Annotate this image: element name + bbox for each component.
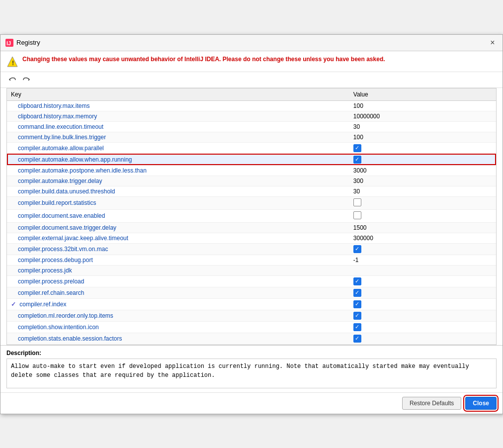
table-row[interactable]: compiler.document.save.trigger.delay1500: [7, 222, 496, 233]
value-cell: [349, 196, 496, 209]
value-cell: [349, 209, 496, 222]
value-cell: ✓: [349, 287, 496, 298]
table-row[interactable]: compiler.build.report.statistics: [7, 196, 496, 209]
table-row[interactable]: command.line.execution.timeout30: [7, 121, 496, 132]
key-cell: compiler.process.preload: [7, 275, 349, 287]
value-cell: ✓: [349, 333, 496, 344]
key-text: completion.ml.reorder.only.top.items: [18, 312, 113, 319]
warning-text: Changing these values may cause unwanted…: [22, 55, 385, 64]
value-text: 30: [353, 123, 360, 130]
value-cell: 100: [349, 100, 496, 111]
key-cell: compiler.build.report.statistics: [7, 196, 349, 209]
value-text: 10000000: [353, 113, 380, 120]
value-cell: ✓: [349, 298, 496, 310]
value-text: 100: [353, 102, 363, 109]
table-row[interactable]: completion.ml.reorder.only.top.items✓: [7, 310, 496, 321]
value-text: 30: [353, 188, 360, 195]
value-cell: 300: [349, 176, 496, 186]
checkbox-checked[interactable]: ✓: [353, 289, 361, 297]
registry-table-container: Key Value clipboard.history.max.items100…: [6, 88, 497, 345]
checkbox-checked[interactable]: ✓: [353, 144, 361, 152]
key-text: compiler.process.preload: [18, 278, 84, 285]
value-cell: ✓: [349, 243, 496, 255]
table-row[interactable]: clipboard.history.max.items100: [7, 100, 496, 111]
value-text: 300: [353, 178, 363, 184]
table-row[interactable]: clipboard.history.max.memory10000000: [7, 111, 496, 121]
key-text: comment.by.line.bulk.lines.trigger: [18, 134, 106, 141]
registry-dialog: IJ Registry × ! Changing these values ma…: [0, 34, 503, 414]
checkbox-checked[interactable]: ✓: [353, 312, 361, 320]
checkbox-empty[interactable]: [353, 198, 361, 206]
restore-defaults-button[interactable]: Restore Defaults: [402, 397, 461, 410]
key-cell: completion.show.intention.icon: [7, 321, 349, 333]
key-text: compiler.ref.chain.search: [18, 289, 84, 296]
checkbox-checked[interactable]: ✓: [353, 277, 361, 285]
key-text: compiler.document.save.trigger.delay: [18, 224, 116, 231]
value-cell: 30: [349, 121, 496, 132]
table-row[interactable]: compiler.ref.chain.search✓: [7, 287, 496, 298]
checkbox-checked[interactable]: ✓: [353, 335, 361, 343]
table-row[interactable]: compiler.process.jdk: [7, 265, 496, 275]
table-row[interactable]: compiler.process.32bit.vm.on.mac✓: [7, 243, 496, 255]
col-header-key: Key: [7, 89, 349, 101]
key-cell: clipboard.history.max.memory: [7, 111, 349, 121]
close-button[interactable]: Close: [465, 397, 497, 410]
key-text: compiler.process.jdk: [18, 267, 72, 274]
key-cell: command.line.execution.timeout: [7, 121, 349, 132]
table-row[interactable]: compiler.document.save.enabled: [7, 209, 496, 222]
title-bar-left: IJ Registry: [5, 39, 40, 47]
window-close-button[interactable]: ×: [488, 38, 498, 48]
key-text: compiler.automake.postpone.when.idle.les…: [18, 167, 147, 174]
table-row[interactable]: compiler.automake.allow.when.app.running…: [7, 154, 496, 165]
redo-button[interactable]: [20, 74, 32, 86]
value-text: 300000: [353, 235, 373, 242]
key-text: compiler.automake.allow.parallel: [18, 145, 104, 152]
key-cell: compiler.build.data.unused.threshold: [7, 186, 349, 196]
checkbox-checked[interactable]: ✓: [353, 323, 361, 331]
description-text: Allow auto-make to start even if develop…: [6, 358, 497, 388]
checkbox-checked[interactable]: ✓: [353, 156, 361, 164]
value-cell: ✓: [349, 154, 496, 165]
value-cell: 3000: [349, 165, 496, 176]
checkbox-empty[interactable]: [353, 211, 361, 219]
table-row[interactable]: completion.show.intention.icon✓: [7, 321, 496, 333]
key-text: completion.show.intention.icon: [18, 324, 99, 331]
value-cell: 300000: [349, 233, 496, 243]
value-cell: 100: [349, 132, 496, 142]
key-text: compiler.document.save.enabled: [18, 212, 105, 219]
key-text: compiler.automake.trigger.delay: [18, 178, 102, 184]
checkbox-checked[interactable]: ✓: [353, 245, 361, 253]
table-row[interactable]: completion.stats.enable.session.factors✓: [7, 333, 496, 344]
value-text: 3000: [353, 167, 367, 174]
key-text: completion.stats.enable.session.factors: [18, 335, 122, 342]
checkbox-checked[interactable]: ✓: [353, 300, 361, 308]
value-cell: ✓: [349, 275, 496, 287]
table-row[interactable]: ✓ compiler.ref.index✓: [7, 298, 496, 310]
key-cell: compiler.automake.postpone.when.idle.les…: [7, 165, 349, 176]
table-row[interactable]: comment.by.line.bulk.lines.trigger100: [7, 132, 496, 142]
value-cell: ✓: [349, 310, 496, 321]
value-cell: ✓: [349, 321, 496, 333]
title-bar: IJ Registry ×: [0, 35, 503, 51]
undo-button[interactable]: [6, 74, 18, 86]
value-cell: -1: [349, 255, 496, 265]
table-row[interactable]: compiler.automake.allow.parallel✓: [7, 142, 496, 154]
key-text: compiler.ref.index: [19, 301, 66, 308]
key-cell: compiler.automake.allow.when.app.running: [7, 154, 349, 165]
value-text: 1500: [353, 224, 367, 231]
warning-bar: ! Changing these values may cause unwant…: [0, 51, 503, 72]
key-cell: compiler.process.debug.port: [7, 255, 349, 265]
table-row[interactable]: compiler.automake.trigger.delay300: [7, 176, 496, 186]
table-row[interactable]: compiler.automake.postpone.when.idle.les…: [7, 165, 496, 176]
key-text: compiler.build.data.unused.threshold: [18, 188, 115, 195]
key-cell: completion.ml.reorder.only.top.items: [7, 310, 349, 321]
table-row[interactable]: compiler.external.javac.keep.alive.timeo…: [7, 233, 496, 243]
key-text: clipboard.history.max.memory: [18, 113, 97, 120]
table-row[interactable]: compiler.build.data.unused.threshold30: [7, 186, 496, 196]
value-cell: 1500: [349, 222, 496, 233]
toolbar: [0, 72, 503, 88]
table-row[interactable]: compiler.process.preload✓: [7, 275, 496, 287]
key-cell: compiler.automake.allow.parallel: [7, 142, 349, 154]
key-cell: compiler.document.save.enabled: [7, 209, 349, 222]
table-row[interactable]: compiler.process.debug.port-1: [7, 255, 496, 265]
